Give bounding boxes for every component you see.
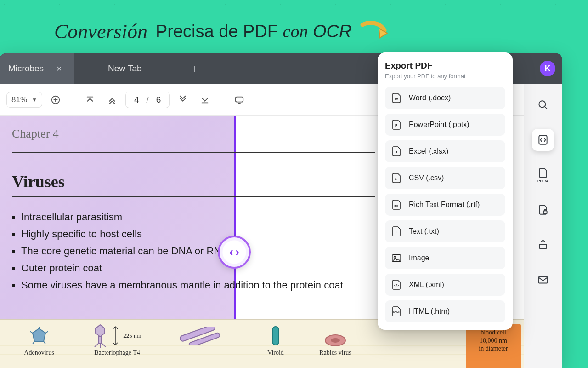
option-label: Text (.txt) [409, 227, 439, 236]
rabies-icon [322, 325, 349, 347]
presentation-icon [234, 95, 244, 105]
svg-rect-16 [272, 327, 279, 345]
export-option-html[interactable]: HTML HTML (.htm) [385, 300, 505, 322]
search-icon [537, 99, 549, 111]
note-line: in diameter [469, 345, 517, 353]
size-arrow-icon [111, 326, 119, 346]
zoom-in-button[interactable] [47, 91, 64, 109]
mail-icon [537, 274, 549, 286]
option-label: CSV (.csv) [409, 174, 444, 182]
virus-rabies: Rabies virus [303, 320, 368, 356]
tab-new[interactable]: New Tab [74, 53, 180, 84]
svg-line-6 [44, 341, 45, 344]
export-option-csv[interactable]: C CSV (.csv) [385, 167, 505, 189]
virus-viroid: Viroid [248, 320, 303, 356]
first-page-button[interactable] [81, 91, 99, 109]
svg-line-11 [102, 343, 106, 347]
virus-label: Rabies virus [303, 349, 368, 356]
svg-text:HTML: HTML [393, 311, 401, 314]
option-label: XML (.xml) [409, 281, 444, 289]
right-side-rail: PDF/A [524, 84, 562, 368]
zoom-value: 81% [11, 95, 27, 104]
viroid-icon [268, 325, 283, 347]
list-item: Some viruses have a membranous mantle in… [21, 277, 375, 294]
separator [73, 93, 73, 106]
word-file-icon: W [391, 93, 401, 103]
chevrons-up-bar-icon [85, 95, 95, 105]
virus-label: Adenovirus [0, 349, 78, 356]
text-file-icon: T [391, 226, 401, 236]
new-tab-button[interactable]: ＋ [180, 53, 210, 84]
svg-point-18 [331, 338, 340, 343]
virus-misc [156, 320, 248, 349]
prev-page-button[interactable] [103, 91, 121, 109]
chevron-down-icon: ▼ [32, 97, 37, 103]
last-page-button[interactable] [196, 91, 214, 109]
export-option-rtf[interactable]: RTF Rich Text Format (.rtf) [385, 194, 505, 216]
option-label: PowerPoint (.pptx) [409, 121, 469, 129]
svg-text:RTF: RTF [394, 204, 399, 207]
popover-title: Export PDF [385, 61, 505, 71]
export-option-image[interactable]: Image [385, 247, 505, 269]
export-option-word[interactable]: W Word (.docx) [385, 87, 505, 109]
image-file-icon [391, 253, 401, 263]
list-item: The core genetic material can be DNA or … [21, 243, 375, 260]
zoom-dropdown[interactable]: 81% ▼ [6, 92, 42, 108]
rule [12, 196, 375, 197]
curved-arrow-icon [360, 19, 392, 43]
rtf-file-icon: RTF [391, 200, 401, 210]
convert-icon [537, 134, 549, 146]
export-option-xml[interactable]: </> XML (.xml) [385, 274, 505, 296]
svg-line-10 [95, 343, 99, 347]
option-label: Rich Text Format (.rtf) [409, 201, 480, 209]
svg-text:T: T [395, 230, 397, 234]
file-icon [537, 167, 549, 179]
close-icon[interactable]: × [57, 63, 62, 74]
option-label: Image [409, 254, 429, 262]
export-option-text[interactable]: T Text (.txt) [385, 220, 505, 242]
bacteriophage-icon [93, 324, 107, 348]
page-indicator[interactable]: 4 / 6 [125, 92, 170, 108]
bullet-list: Intracellular parasitism Highly specific… [12, 209, 375, 294]
svg-text:X: X [395, 150, 398, 154]
popover-subtitle: Export your PDF to any format [385, 73, 505, 80]
svg-marker-8 [96, 325, 105, 337]
csv-file-icon: C [391, 173, 401, 183]
file-lock-icon [537, 204, 549, 216]
svg-text:C: C [395, 177, 397, 180]
note-line: 10,000 nm [469, 337, 517, 345]
convert-button[interactable] [532, 129, 554, 151]
avatar[interactable]: K [540, 61, 555, 76]
share-icon [537, 239, 549, 251]
protect-button[interactable] [532, 199, 554, 221]
pdfa-label: PDF/A [537, 179, 548, 183]
presentation-button[interactable] [231, 91, 248, 109]
virus-label: Bacteriophage T4 [78, 349, 156, 356]
search-button[interactable] [532, 94, 554, 116]
chevrons-down-bar-icon [200, 95, 210, 105]
compare-slider-handle[interactable]: ‹ › [218, 236, 251, 269]
next-page-button[interactable] [174, 91, 192, 109]
export-option-powerpoint[interactable]: P PowerPoint (.pptx) [385, 114, 505, 136]
tab-microbes[interactable]: Microbes × [0, 53, 74, 84]
separator [222, 93, 222, 106]
blood-cell-note: blood cell 10,000 nm in diameter [466, 324, 521, 368]
chevron-right-icon: › [235, 245, 239, 259]
svg-line-5 [30, 331, 33, 333]
svg-line-7 [33, 341, 34, 344]
svg-point-31 [394, 256, 396, 258]
option-label: Word (.docx) [409, 94, 451, 102]
option-label: HTML (.htm) [409, 307, 450, 316]
svg-text:W: W [395, 97, 398, 101]
page-total: 6 [156, 95, 161, 105]
page-current: 4 [134, 95, 139, 105]
virus-label: Viroid [248, 349, 303, 356]
chevrons-down-icon [178, 95, 188, 105]
mail-button[interactable] [532, 269, 554, 291]
adenovirus-icon [30, 327, 48, 345]
svg-rect-9 [99, 337, 102, 343]
share-button[interactable] [532, 234, 554, 256]
pdfa-button[interactable]: PDF/A [532, 164, 554, 186]
chevron-left-icon: ‹ [229, 245, 233, 259]
export-option-excel[interactable]: X Excel (.xlsx) [385, 140, 505, 162]
